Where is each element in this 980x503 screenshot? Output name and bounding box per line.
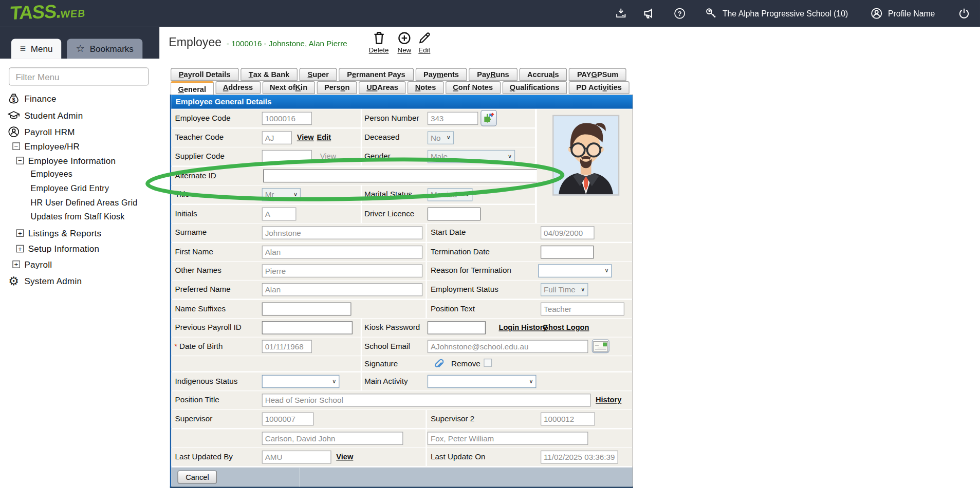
sidebar-item-employees[interactable]: Employees	[31, 170, 73, 179]
teacher-code-edit-link[interactable]: Edit	[317, 133, 331, 142]
first-name-input[interactable]	[262, 246, 423, 259]
reason-for-termination-select[interactable]: ∨	[538, 264, 612, 277]
sidebar-item-label: Employee Grid Entry	[31, 184, 109, 193]
login-history-link[interactable]: Login History	[499, 323, 547, 332]
position-title-history-link[interactable]: History	[596, 396, 621, 404]
last-update-on-input[interactable]	[541, 451, 618, 464]
tab-tax-bank[interactable]: Tax & Bank	[241, 68, 298, 81]
sidebar-item-payroll-hrm[interactable]: Payroll HRM	[8, 125, 75, 138]
sidebar-item-payroll[interactable]: + Payroll	[12, 259, 52, 269]
alternate-id-input[interactable]	[263, 170, 538, 183]
field-label: School Email	[364, 342, 410, 350]
start-date-input[interactable]	[541, 226, 595, 239]
sidebar-item-student-admin[interactable]: Student Admin	[8, 109, 83, 122]
tab-ud-areas[interactable]: UD Areas	[359, 81, 406, 94]
signature-remove-checkbox[interactable]	[484, 359, 492, 367]
main-activity-select[interactable]: ∨	[428, 375, 537, 388]
supervisor-name-input[interactable]	[262, 432, 403, 445]
field-label: Last Updated By	[175, 453, 233, 461]
sidebar-item-updates-from-staff-kiosk[interactable]: Updates from Staff Kiosk	[31, 212, 125, 221]
tab-conf-notes[interactable]: Conf Notes	[446, 81, 501, 94]
tab-accruals[interactable]: Accruals	[519, 68, 567, 81]
surname-input[interactable]	[262, 226, 423, 239]
sidebar-item-listings-reports[interactable]: + Listings & Reports	[16, 228, 102, 238]
profile-menu[interactable]: Profile Name	[870, 6, 935, 21]
supervisor2-input[interactable]	[541, 413, 595, 426]
title-select[interactable]: Mr ∨	[262, 188, 301, 201]
tab-pd-activities[interactable]: PD Activities	[569, 81, 630, 94]
ghost-logon-link[interactable]: Ghost Logon	[543, 323, 589, 332]
school-selector[interactable]: The Alpha Progressive School (10)	[704, 6, 848, 21]
sidebar-item-hr-user-defined-areas-grid[interactable]: HR User Defined Areas Grid	[31, 198, 138, 208]
tab-person[interactable]: Person	[317, 81, 357, 94]
gender-select[interactable]: Male ∨	[428, 150, 515, 163]
delete-button[interactable]: Delete	[365, 31, 392, 54]
preferred-name-input[interactable]	[262, 283, 423, 296]
teacher-code-input[interactable]	[262, 131, 292, 144]
sidebar-item-setup-information[interactable]: + Setup Information	[16, 244, 100, 253]
tab-menu[interactable]: ≡ Menu	[11, 39, 61, 59]
tab-permanent-pays[interactable]: Permanent Pays	[339, 68, 413, 81]
initials-input[interactable]	[262, 208, 297, 221]
sidebar-item-employee-grid-entry[interactable]: Employee Grid Entry	[31, 184, 109, 193]
person-number-input[interactable]	[428, 112, 478, 125]
indigenous-status-select[interactable]: ∨	[262, 375, 340, 388]
cancel-button[interactable]: Cancel	[177, 471, 217, 484]
tass-web-logo: TASS.WEB	[9, 0, 87, 24]
tab-next-of-kin[interactable]: Next of Kin	[262, 81, 315, 94]
form-row: Supervisor Supervisor 2	[171, 410, 633, 428]
position-title-input[interactable]	[262, 394, 591, 407]
marital-status-select[interactable]: Married ∨	[428, 188, 473, 201]
supervisor-input[interactable]	[262, 413, 314, 426]
form-row: Supplier Code View Gender Male ∨	[171, 147, 535, 165]
tab-general[interactable]: General	[171, 81, 214, 95]
termination-date-input[interactable]	[541, 246, 594, 259]
email-icon[interactable]	[592, 339, 609, 353]
tab-notes[interactable]: Notes	[408, 81, 443, 94]
other-names-input[interactable]	[262, 264, 423, 277]
sidebar-item-label: Employee Information	[28, 156, 116, 165]
deceased-select[interactable]: No ∨	[428, 131, 454, 144]
sidebar-item-employee-information[interactable]: − Employee Information	[16, 156, 116, 165]
tab-super[interactable]: Super	[300, 68, 337, 81]
chevron-down-icon: ∨	[508, 154, 512, 159]
expand-icon[interactable]: +	[16, 245, 24, 253]
tab-pay-runs[interactable]: Pay Runs	[469, 68, 517, 81]
driver-licence-input[interactable]	[428, 208, 480, 221]
sidebar-item-employee-hr[interactable]: − Employee/HR	[12, 141, 80, 151]
help-icon[interactable]: ?	[673, 6, 688, 21]
last-updated-view-link[interactable]: View	[336, 453, 353, 461]
previous-payroll-id-input[interactable]	[262, 321, 353, 334]
expand-icon[interactable]: +	[12, 260, 20, 268]
collapse-icon[interactable]: −	[12, 142, 20, 150]
edit-button[interactable]: Edit	[411, 31, 437, 54]
tab-payroll-details[interactable]: Payroll Details	[171, 68, 238, 81]
form-row: Preferred Name Employment Status Full Ti…	[171, 281, 633, 299]
paperclip-icon[interactable]	[433, 358, 444, 369]
teacher-code-view-link[interactable]: View	[297, 133, 314, 142]
sidebar-item-system-admin[interactable]: ⚙ System Admin	[8, 275, 82, 287]
supplier-code-input[interactable]	[262, 150, 312, 163]
tab-qualifications[interactable]: Qualifications	[502, 81, 567, 94]
filter-menu-input[interactable]	[9, 67, 149, 85]
tab-bookmarks[interactable]: ☆ Bookmarks	[67, 39, 142, 59]
employee-code-input[interactable]	[262, 112, 312, 125]
logout-power-icon[interactable]	[956, 6, 971, 21]
announcements-icon[interactable]	[641, 6, 656, 21]
expand-icon[interactable]: +	[16, 229, 24, 237]
date-of-birth-input[interactable]	[262, 340, 312, 353]
position-text-input[interactable]	[541, 303, 624, 316]
collapse-icon[interactable]: −	[16, 157, 24, 164]
name-suffixes-input[interactable]	[262, 303, 352, 316]
employment-status-select[interactable]: Full Time ∨	[541, 283, 588, 296]
download-icon[interactable]	[614, 6, 628, 21]
tab-address[interactable]: Address	[215, 81, 261, 94]
tab-payments[interactable]: Payments	[415, 68, 467, 81]
kiosk-password-input[interactable]	[428, 321, 486, 334]
community-link-button[interactable]	[480, 110, 497, 126]
supervisor2-name-input[interactable]	[428, 432, 588, 445]
sidebar-item-finance[interactable]: $ Finance	[8, 92, 57, 105]
school-email-input[interactable]	[428, 340, 588, 353]
tab-payg-psum[interactable]: PAYG PSum	[569, 68, 626, 81]
last-updated-by-input[interactable]	[262, 451, 331, 464]
